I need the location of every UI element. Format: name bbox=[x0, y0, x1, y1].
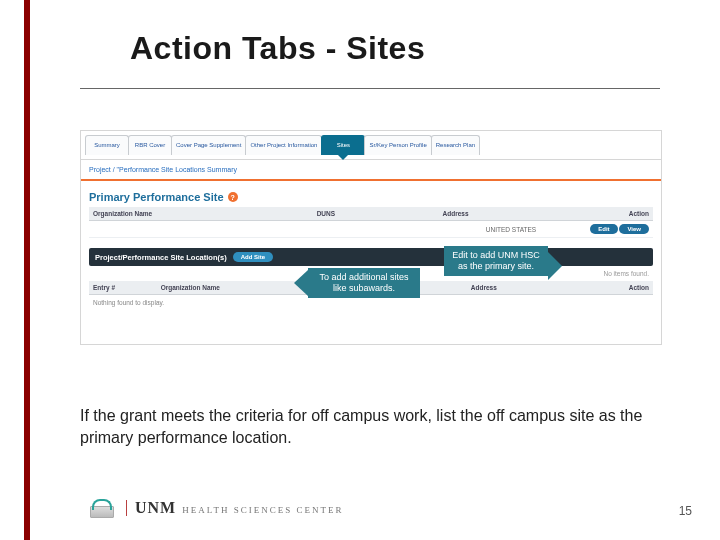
locations-heading-bar: Project/Performance Site Location(s) Add… bbox=[89, 248, 653, 266]
cell-org bbox=[89, 221, 281, 238]
cell-duns bbox=[281, 221, 371, 238]
col-entry: Entry # bbox=[89, 281, 157, 295]
col-duns: DUNS bbox=[281, 207, 371, 221]
callout-edit-primary-text: Edit to add UNM HSC as the primary site. bbox=[452, 250, 540, 271]
tab-research-plan[interactable]: Research Plan bbox=[431, 135, 480, 155]
callout-add-sites: To add additional sites like subawards. bbox=[308, 268, 420, 298]
slide: Action Tabs - Sites Summary RBR Cover Co… bbox=[0, 0, 720, 540]
tab-rbr-cover[interactable]: RBR Cover bbox=[128, 135, 172, 155]
primary-site-heading: Primary Performance Site ? bbox=[81, 181, 661, 207]
cell-address: UNITED STATES bbox=[371, 221, 540, 238]
help-icon[interactable]: ? bbox=[228, 192, 238, 202]
tab-sites[interactable]: Sites bbox=[321, 135, 365, 155]
breadcrumb: Project / "Performance Site Locations Su… bbox=[81, 160, 661, 181]
col-org: Organization Name bbox=[89, 207, 281, 221]
tab-other-project-info[interactable]: Other Project Information bbox=[245, 135, 322, 155]
primary-site-table: Organization Name DUNS Address Action UN… bbox=[89, 207, 653, 238]
col-address: Address bbox=[371, 207, 540, 221]
tab-cover-page-supplement[interactable]: Cover Page Supplement bbox=[171, 135, 246, 155]
col-action: Action bbox=[540, 207, 653, 221]
logo-divider bbox=[126, 500, 127, 516]
tab-strip: Summary RBR Cover Cover Page Supplement … bbox=[81, 131, 661, 155]
add-site-button[interactable]: Add Site bbox=[233, 252, 273, 262]
accent-bar bbox=[24, 0, 30, 540]
logo-text: UNM HEALTH SCIENCES CENTER bbox=[135, 499, 343, 517]
title-rule bbox=[80, 88, 660, 89]
tab-summary[interactable]: Summary bbox=[85, 135, 129, 155]
logo-abbr: UNM bbox=[135, 499, 176, 517]
col-action2: Action bbox=[551, 281, 653, 295]
footer-logo: UNM HEALTH SCIENCES CENTER bbox=[90, 498, 343, 518]
page-number: 15 bbox=[679, 504, 692, 518]
locations-heading-label: Project/Performance Site Location(s) bbox=[95, 253, 227, 262]
col-address2: Address bbox=[416, 281, 551, 295]
app-screenshot: Summary RBR Cover Cover Page Supplement … bbox=[80, 130, 662, 345]
view-button[interactable]: View bbox=[619, 224, 649, 234]
primary-site-heading-label: Primary Performance Site bbox=[89, 191, 224, 203]
callout-add-sites-text: To add additional sites like subawards. bbox=[319, 272, 408, 293]
primary-site-row: UNITED STATES Edit View bbox=[89, 221, 653, 238]
cell-actions: Edit View bbox=[540, 221, 653, 238]
body-text: If the grant meets the criteria for off … bbox=[80, 405, 660, 448]
slide-title: Action Tabs - Sites bbox=[130, 30, 425, 67]
building-icon bbox=[90, 498, 118, 518]
edit-button[interactable]: Edit bbox=[590, 224, 617, 234]
callout-edit-primary: Edit to add UNM HSC as the primary site. bbox=[444, 246, 548, 276]
tab-srkey-person-profile[interactable]: Sr/Key Person Profile bbox=[364, 135, 431, 155]
logo-dept: HEALTH SCIENCES CENTER bbox=[182, 505, 343, 515]
